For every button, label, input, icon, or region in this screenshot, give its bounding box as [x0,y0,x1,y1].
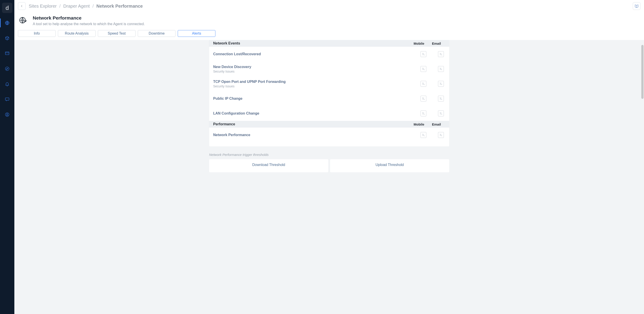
docs-button[interactable] [633,2,640,10]
thresholds-row: Download Threshold Upload Threshold [209,159,449,172]
toggle-mobile[interactable] [420,51,426,57]
bell-off-icon [439,97,443,100]
bell-icon [5,82,10,87]
bell-off-icon [422,133,425,137]
globe-icon [5,21,10,25]
alert-title: Public IP Change [213,97,420,101]
svg-point-2 [6,67,9,71]
toggle-email[interactable] [438,66,444,72]
compass-icon [5,66,10,71]
breadcrumb-separator: / [60,4,61,9]
tabs: Info Route Analysis Speed Test Downtime … [14,30,644,40]
bell-off-icon [439,52,443,56]
sidebar: d [0,0,14,314]
toggle-mobile[interactable] [420,111,426,116]
page-header-text: Network Performance A tool set to help a… [33,15,145,26]
section-label: Performance [213,122,235,126]
brand-logo-letter: d [6,5,9,12]
section-header-performance: Performance Mobile Email [209,121,449,128]
alert-title: LAN Configuration Change [213,111,420,115]
section-label: Network Events [213,41,240,45]
thresholds-caption: Network Performance trigger thresholds [209,153,449,157]
sidebar-item-analysis[interactable] [0,65,14,72]
alert-title: Network Performance [213,133,420,137]
alert-row: New Device Discovery Security Issues [209,62,449,76]
tab-speed-test[interactable]: Speed Test [98,30,136,37]
dashboard-icon [5,51,10,56]
topbar-right [633,2,640,10]
back-button[interactable] [18,2,26,10]
toggle-email[interactable] [438,96,444,102]
breadcrumb-separator: / [92,4,94,9]
breadcrumb: Sites Explorer / Draper Agent / Network … [29,4,143,9]
toggle-email[interactable] [438,111,444,116]
bell-off-icon [439,112,443,115]
content-scroll[interactable]: Network Events Mobile Email Connection L… [14,40,644,314]
bell-off-icon [422,112,425,115]
toggle-email[interactable] [438,51,444,57]
toggle-mobile[interactable] [420,132,426,138]
tab-route-analysis[interactable]: Route Analysis [58,30,96,37]
alerts-panel: Network Events Mobile Email Connection L… [209,40,449,146]
tab-alerts[interactable]: Alerts [178,30,216,37]
upload-threshold-card[interactable]: Upload Threshold [330,159,449,172]
card-title: Download Threshold [252,163,285,167]
toggle-mobile[interactable] [420,81,426,87]
card-title: Upload Threshold [376,163,404,167]
toggle-email[interactable] [438,81,444,87]
alert-row: Public IP Change [209,91,449,106]
alert-row: LAN Configuration Change [209,106,449,121]
tab-info[interactable]: Info [18,30,56,37]
bell-off-icon [422,52,425,56]
breadcrumb-link-agent[interactable]: Draper Agent [63,4,90,9]
sidebar-item-packages[interactable] [0,35,14,42]
alert-row: Connection Lost/Recovered [209,47,449,62]
bell-off-icon [422,67,425,71]
svg-rect-3 [6,98,9,100]
bell-off-icon [422,82,425,86]
column-header-email: Email [428,122,445,126]
sidebar-items [0,19,14,118]
page-subtitle: A tool set to help analyse the network t… [33,22,145,26]
bell-off-icon [439,67,443,71]
bell-off-icon [439,133,443,137]
bell-off-icon [439,82,443,86]
sidebar-item-alerts[interactable] [0,80,14,88]
topbar: Sites Explorer / Draper Agent / Network … [14,0,644,12]
download-threshold-card[interactable]: Download Threshold [209,159,328,172]
svg-point-5 [6,113,8,115]
scrollbar[interactable] [641,45,644,99]
alert-subtitle: Security Issues [213,85,420,88]
breadcrumb-current: Network Performance [96,4,143,9]
alert-title: Connection Lost/Recovered [213,52,420,56]
toggle-email[interactable] [438,132,444,138]
alert-row: Network Performance [209,128,449,142]
section-header-network-events: Network Events Mobile Email [209,40,449,47]
brand-logo[interactable]: d [2,3,12,13]
sidebar-item-sites[interactable] [0,19,14,27]
column-header-mobile: Mobile [410,122,428,126]
message-icon [5,97,10,102]
sidebar-item-dashboard[interactable] [0,50,14,57]
book-icon [634,4,639,8]
box-icon [5,36,10,41]
main: Sites Explorer / Draper Agent / Network … [14,0,644,314]
sidebar-item-messages[interactable] [0,96,14,103]
sidebar-item-profile[interactable] [0,111,14,118]
svg-rect-1 [6,52,9,55]
toggle-mobile[interactable] [420,66,426,72]
breadcrumb-link-sites[interactable]: Sites Explorer [29,4,57,9]
toggle-mobile[interactable] [420,96,426,102]
alert-title: TCP Open Port and UPNP Port Forwarding [213,80,420,84]
alert-row: TCP Open Port and UPNP Port Forwarding S… [209,76,449,91]
page-header: Network Performance A tool set to help a… [14,12,644,30]
alert-subtitle: Security Issues [213,70,420,73]
column-header-mobile: Mobile [410,42,428,45]
user-icon [5,112,10,117]
column-header-email: Email [428,42,445,45]
page-header-icon [18,16,28,25]
page-title: Network Performance [33,15,145,21]
alert-title: New Device Discovery [213,65,420,69]
bell-off-icon [422,97,425,100]
tab-downtime[interactable]: Downtime [138,30,176,37]
